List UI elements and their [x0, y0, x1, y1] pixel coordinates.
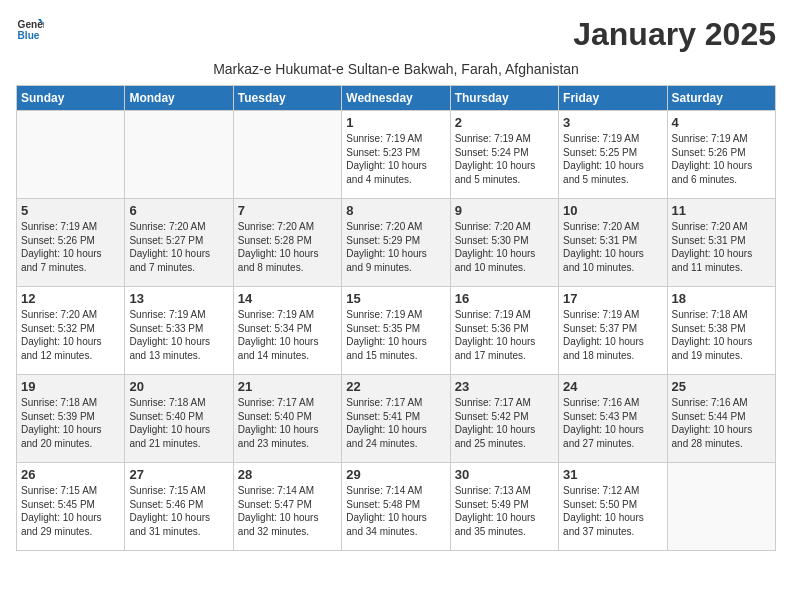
day-cell: 21Sunrise: 7:17 AM Sunset: 5:40 PM Dayli…	[233, 375, 341, 463]
day-cell: 7Sunrise: 7:20 AM Sunset: 5:28 PM Daylig…	[233, 199, 341, 287]
day-info: Sunrise: 7:12 AM Sunset: 5:50 PM Dayligh…	[563, 484, 662, 538]
day-cell: 18Sunrise: 7:18 AM Sunset: 5:38 PM Dayli…	[667, 287, 775, 375]
day-cell: 1Sunrise: 7:19 AM Sunset: 5:23 PM Daylig…	[342, 111, 450, 199]
day-info: Sunrise: 7:14 AM Sunset: 5:48 PM Dayligh…	[346, 484, 445, 538]
day-number: 22	[346, 379, 445, 394]
week-row-3: 12Sunrise: 7:20 AM Sunset: 5:32 PM Dayli…	[17, 287, 776, 375]
day-number: 25	[672, 379, 771, 394]
day-number: 13	[129, 291, 228, 306]
day-cell: 14Sunrise: 7:19 AM Sunset: 5:34 PM Dayli…	[233, 287, 341, 375]
day-info: Sunrise: 7:18 AM Sunset: 5:40 PM Dayligh…	[129, 396, 228, 450]
day-info: Sunrise: 7:18 AM Sunset: 5:39 PM Dayligh…	[21, 396, 120, 450]
day-number: 16	[455, 291, 554, 306]
month-title: January 2025	[573, 16, 776, 53]
day-number: 28	[238, 467, 337, 482]
day-number: 3	[563, 115, 662, 130]
day-cell: 26Sunrise: 7:15 AM Sunset: 5:45 PM Dayli…	[17, 463, 125, 551]
day-cell: 10Sunrise: 7:20 AM Sunset: 5:31 PM Dayli…	[559, 199, 667, 287]
day-info: Sunrise: 7:20 AM Sunset: 5:30 PM Dayligh…	[455, 220, 554, 274]
day-cell: 15Sunrise: 7:19 AM Sunset: 5:35 PM Dayli…	[342, 287, 450, 375]
day-cell: 16Sunrise: 7:19 AM Sunset: 5:36 PM Dayli…	[450, 287, 558, 375]
day-number: 9	[455, 203, 554, 218]
day-number: 4	[672, 115, 771, 130]
day-number: 21	[238, 379, 337, 394]
day-info: Sunrise: 7:20 AM Sunset: 5:29 PM Dayligh…	[346, 220, 445, 274]
day-cell	[17, 111, 125, 199]
col-header-thursday: Thursday	[450, 86, 558, 111]
title-block: January 2025	[573, 16, 776, 53]
day-info: Sunrise: 7:19 AM Sunset: 5:36 PM Dayligh…	[455, 308, 554, 362]
day-number: 14	[238, 291, 337, 306]
day-cell: 29Sunrise: 7:14 AM Sunset: 5:48 PM Dayli…	[342, 463, 450, 551]
week-row-1: 1Sunrise: 7:19 AM Sunset: 5:23 PM Daylig…	[17, 111, 776, 199]
day-info: Sunrise: 7:19 AM Sunset: 5:37 PM Dayligh…	[563, 308, 662, 362]
day-cell: 9Sunrise: 7:20 AM Sunset: 5:30 PM Daylig…	[450, 199, 558, 287]
col-header-wednesday: Wednesday	[342, 86, 450, 111]
day-info: Sunrise: 7:16 AM Sunset: 5:44 PM Dayligh…	[672, 396, 771, 450]
day-number: 7	[238, 203, 337, 218]
day-cell: 31Sunrise: 7:12 AM Sunset: 5:50 PM Dayli…	[559, 463, 667, 551]
day-cell: 24Sunrise: 7:16 AM Sunset: 5:43 PM Dayli…	[559, 375, 667, 463]
day-info: Sunrise: 7:13 AM Sunset: 5:49 PM Dayligh…	[455, 484, 554, 538]
day-cell: 2Sunrise: 7:19 AM Sunset: 5:24 PM Daylig…	[450, 111, 558, 199]
day-info: Sunrise: 7:20 AM Sunset: 5:31 PM Dayligh…	[563, 220, 662, 274]
day-number: 20	[129, 379, 228, 394]
subtitle: Markaz-e Hukumat-e Sultan-e Bakwah, Fara…	[16, 61, 776, 77]
page-header: General Blue January 2025	[16, 16, 776, 53]
day-cell: 22Sunrise: 7:17 AM Sunset: 5:41 PM Dayli…	[342, 375, 450, 463]
day-number: 1	[346, 115, 445, 130]
day-number: 10	[563, 203, 662, 218]
day-cell: 19Sunrise: 7:18 AM Sunset: 5:39 PM Dayli…	[17, 375, 125, 463]
col-header-friday: Friday	[559, 86, 667, 111]
logo: General Blue	[16, 16, 44, 44]
day-number: 24	[563, 379, 662, 394]
day-info: Sunrise: 7:20 AM Sunset: 5:28 PM Dayligh…	[238, 220, 337, 274]
day-cell: 6Sunrise: 7:20 AM Sunset: 5:27 PM Daylig…	[125, 199, 233, 287]
day-cell: 20Sunrise: 7:18 AM Sunset: 5:40 PM Dayli…	[125, 375, 233, 463]
col-header-saturday: Saturday	[667, 86, 775, 111]
day-cell: 23Sunrise: 7:17 AM Sunset: 5:42 PM Dayli…	[450, 375, 558, 463]
day-info: Sunrise: 7:19 AM Sunset: 5:34 PM Dayligh…	[238, 308, 337, 362]
day-info: Sunrise: 7:17 AM Sunset: 5:40 PM Dayligh…	[238, 396, 337, 450]
week-row-4: 19Sunrise: 7:18 AM Sunset: 5:39 PM Dayli…	[17, 375, 776, 463]
svg-text:Blue: Blue	[18, 30, 40, 41]
day-number: 2	[455, 115, 554, 130]
day-info: Sunrise: 7:15 AM Sunset: 5:45 PM Dayligh…	[21, 484, 120, 538]
week-row-2: 5Sunrise: 7:19 AM Sunset: 5:26 PM Daylig…	[17, 199, 776, 287]
day-cell: 3Sunrise: 7:19 AM Sunset: 5:25 PM Daylig…	[559, 111, 667, 199]
day-info: Sunrise: 7:20 AM Sunset: 5:27 PM Dayligh…	[129, 220, 228, 274]
day-number: 12	[21, 291, 120, 306]
day-number: 15	[346, 291, 445, 306]
day-cell	[233, 111, 341, 199]
day-cell	[125, 111, 233, 199]
day-number: 19	[21, 379, 120, 394]
day-cell: 28Sunrise: 7:14 AM Sunset: 5:47 PM Dayli…	[233, 463, 341, 551]
day-info: Sunrise: 7:19 AM Sunset: 5:33 PM Dayligh…	[129, 308, 228, 362]
day-number: 29	[346, 467, 445, 482]
day-number: 23	[455, 379, 554, 394]
day-info: Sunrise: 7:17 AM Sunset: 5:42 PM Dayligh…	[455, 396, 554, 450]
day-number: 27	[129, 467, 228, 482]
calendar-header-row: SundayMondayTuesdayWednesdayThursdayFrid…	[17, 86, 776, 111]
calendar-body: 1Sunrise: 7:19 AM Sunset: 5:23 PM Daylig…	[17, 111, 776, 551]
col-header-monday: Monday	[125, 86, 233, 111]
calendar-table: SundayMondayTuesdayWednesdayThursdayFrid…	[16, 85, 776, 551]
day-info: Sunrise: 7:19 AM Sunset: 5:35 PM Dayligh…	[346, 308, 445, 362]
day-cell: 25Sunrise: 7:16 AM Sunset: 5:44 PM Dayli…	[667, 375, 775, 463]
day-info: Sunrise: 7:17 AM Sunset: 5:41 PM Dayligh…	[346, 396, 445, 450]
day-info: Sunrise: 7:20 AM Sunset: 5:31 PM Dayligh…	[672, 220, 771, 274]
day-cell: 17Sunrise: 7:19 AM Sunset: 5:37 PM Dayli…	[559, 287, 667, 375]
day-cell: 4Sunrise: 7:19 AM Sunset: 5:26 PM Daylig…	[667, 111, 775, 199]
day-cell: 27Sunrise: 7:15 AM Sunset: 5:46 PM Dayli…	[125, 463, 233, 551]
day-info: Sunrise: 7:20 AM Sunset: 5:32 PM Dayligh…	[21, 308, 120, 362]
day-number: 17	[563, 291, 662, 306]
day-cell: 13Sunrise: 7:19 AM Sunset: 5:33 PM Dayli…	[125, 287, 233, 375]
week-row-5: 26Sunrise: 7:15 AM Sunset: 5:45 PM Dayli…	[17, 463, 776, 551]
col-header-sunday: Sunday	[17, 86, 125, 111]
day-number: 5	[21, 203, 120, 218]
day-cell: 5Sunrise: 7:19 AM Sunset: 5:26 PM Daylig…	[17, 199, 125, 287]
day-info: Sunrise: 7:18 AM Sunset: 5:38 PM Dayligh…	[672, 308, 771, 362]
day-info: Sunrise: 7:19 AM Sunset: 5:25 PM Dayligh…	[563, 132, 662, 186]
day-cell: 12Sunrise: 7:20 AM Sunset: 5:32 PM Dayli…	[17, 287, 125, 375]
day-number: 30	[455, 467, 554, 482]
